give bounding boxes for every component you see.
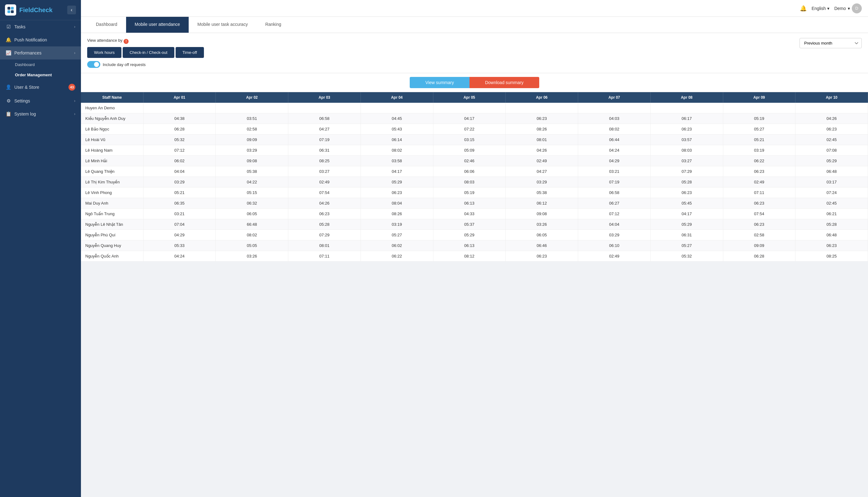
attendance-cell: 09:09: [723, 240, 795, 251]
attendance-cell: 05:43: [361, 124, 433, 134]
tasks-icon: ☑: [5, 24, 11, 30]
info-icon[interactable]: !: [124, 39, 129, 44]
attendance-cell: [650, 103, 723, 113]
attendance-cell: [433, 103, 506, 113]
view-summary-button[interactable]: View summary: [410, 77, 469, 88]
staff-name-cell: Lê Quang Thiện: [81, 166, 143, 177]
attendance-cell: 05:28: [288, 219, 361, 230]
attendance-cell: 06:12: [506, 198, 578, 209]
staff-name-cell: Lê Hoài Vũ: [81, 134, 143, 145]
attendance-cell: 06:23: [506, 251, 578, 261]
sidebar-item-system-log[interactable]: 📋 System log ›: [0, 108, 81, 120]
attendance-cell: 04:17: [433, 113, 506, 124]
attendance-table-wrapper: Staff Name Apr 01 Apr 02 Apr 03 Apr 04 A…: [81, 92, 868, 261]
tasks-arrow-icon: ›: [74, 25, 75, 29]
toggle-row: Include day off requests: [87, 61, 862, 68]
attendance-cell: 05:21: [143, 187, 216, 198]
tab-dashboard[interactable]: Dashboard: [87, 17, 126, 33]
attendance-cell: 08:26: [506, 124, 578, 134]
check-in-check-out-button[interactable]: Check-in / Check-out: [123, 47, 174, 58]
language-selector[interactable]: English ▾: [812, 6, 829, 11]
attendance-cell: 03:51: [216, 113, 288, 124]
attendance-btn-group: Work hours Check-in / Check-out Time-off: [87, 47, 204, 58]
performances-arrow-icon: ›: [74, 51, 75, 55]
notification-bell-icon[interactable]: 🔔: [800, 5, 807, 12]
attendance-cell: 04:26: [288, 198, 361, 209]
attendance-cell: 06:27: [578, 198, 651, 209]
sidebar-sub-dashboard[interactable]: Dashboard: [0, 59, 81, 70]
staff-name-cell: Nguyễn Quốc Anh: [81, 251, 143, 261]
tab-ranking[interactable]: Ranking: [257, 17, 290, 33]
sidebar-sub-order-management[interactable]: Order Management: [0, 70, 81, 80]
attendance-cell: 05:29: [795, 156, 868, 166]
attendance-cell: 09:08: [216, 156, 288, 166]
sidebar-toggle-button[interactable]: ‹: [67, 5, 76, 14]
attendance-cell: 04:24: [143, 251, 216, 261]
sidebar-item-tasks[interactable]: ☑ Tasks ›: [0, 20, 81, 33]
day-off-toggle[interactable]: [87, 61, 100, 68]
attendance-cell: 06:14: [361, 134, 433, 145]
sidebar-item-performances-label: Performances: [14, 51, 41, 55]
attendance-cell: 02:49: [288, 177, 361, 187]
attendance-cell: 04:29: [143, 230, 216, 240]
table-row: Lê Thị Kim Thuyền03:2904:2202:4905:2908:…: [81, 177, 868, 187]
sidebar-item-push-notification[interactable]: 🔔 Push Notification: [0, 33, 81, 46]
attendance-cell: 07:12: [143, 145, 216, 156]
col-apr09: Apr 09: [723, 92, 795, 103]
attendance-cell: 07:19: [288, 134, 361, 145]
attendance-cell: 06:21: [795, 209, 868, 219]
tab-mobile-user-attendance[interactable]: Mobile user attendance: [126, 17, 189, 33]
attendance-cell: 06:02: [361, 240, 433, 251]
attendance-cell: [723, 103, 795, 113]
user-store-badge: 43: [69, 84, 75, 90]
table-row: Lê Minh Hải06:0209:0808:2503:5802:4602:4…: [81, 156, 868, 166]
attendance-cell: 06:23: [361, 187, 433, 198]
sidebar-item-user-store[interactable]: 👤 User & Store 43: [0, 80, 81, 94]
attendance-cell: 04:45: [361, 113, 433, 124]
attendance-cell: 06:23: [723, 219, 795, 230]
user-store-icon: 👤: [5, 84, 11, 90]
col-apr05: Apr 05: [433, 92, 506, 103]
user-chevron-icon: ▾: [848, 6, 850, 11]
attendance-cell: 06:32: [216, 198, 288, 209]
attendance-cell: 06:23: [506, 113, 578, 124]
system-log-icon: 📋: [5, 111, 11, 117]
sidebar-item-performances[interactable]: 📈 Performances ›: [0, 46, 81, 59]
sidebar-item-settings[interactable]: ⚙ Settings ›: [0, 94, 81, 108]
tab-mobile-user-task-accuracy[interactable]: Mobile user task accuracy: [189, 17, 257, 33]
attendance-cell: 02:45: [795, 198, 868, 209]
attendance-cell: 05:37: [433, 219, 506, 230]
col-apr01: Apr 01: [143, 92, 216, 103]
col-apr03: Apr 03: [288, 92, 361, 103]
attendance-cell: 05:27: [361, 230, 433, 240]
work-hours-button[interactable]: Work hours: [87, 47, 121, 58]
attendance-cell: [506, 103, 578, 113]
time-off-button[interactable]: Time-off: [176, 47, 204, 58]
attendance-cell: 06:05: [216, 209, 288, 219]
attendance-cell: 05:32: [143, 134, 216, 145]
attendance-cell: [578, 103, 651, 113]
table-row: Huyen An Demo: [81, 103, 868, 113]
download-summary-button[interactable]: Download summary: [469, 77, 539, 88]
attendance-cell: 05:21: [723, 134, 795, 145]
svg-rect-3: [11, 10, 14, 13]
attendance-options: View attendance by ! Work hours Check-in…: [87, 38, 204, 58]
attendance-cell: 06:35: [143, 198, 216, 209]
attendance-cell: 04:27: [288, 124, 361, 134]
attendance-cell: 03:27: [650, 156, 723, 166]
attendance-cell: 06:22: [361, 251, 433, 261]
summary-row: View summary Download summary: [81, 73, 868, 92]
attendance-cell: [216, 103, 288, 113]
table-row: Mai Duy Anh06:3506:3204:2608:0406:1306:1…: [81, 198, 868, 209]
staff-name-cell: Lê Vinh Phong: [81, 187, 143, 198]
logo-icon: [5, 4, 16, 16]
attendance-cell: 05:45: [650, 198, 723, 209]
user-menu[interactable]: Demo ▾ D: [834, 3, 862, 13]
attendance-cell: 08:01: [506, 134, 578, 145]
period-select[interactable]: Previous month Current month Custom rang…: [799, 38, 862, 48]
attendance-cell: 05:32: [650, 251, 723, 261]
attendance-cell: 06:23: [795, 124, 868, 134]
attendance-cell: 04:26: [795, 113, 868, 124]
table-row: Nguyễn Quang Huy05:3305:0508:0106:0206:1…: [81, 240, 868, 251]
attendance-cell: 05:38: [506, 187, 578, 198]
